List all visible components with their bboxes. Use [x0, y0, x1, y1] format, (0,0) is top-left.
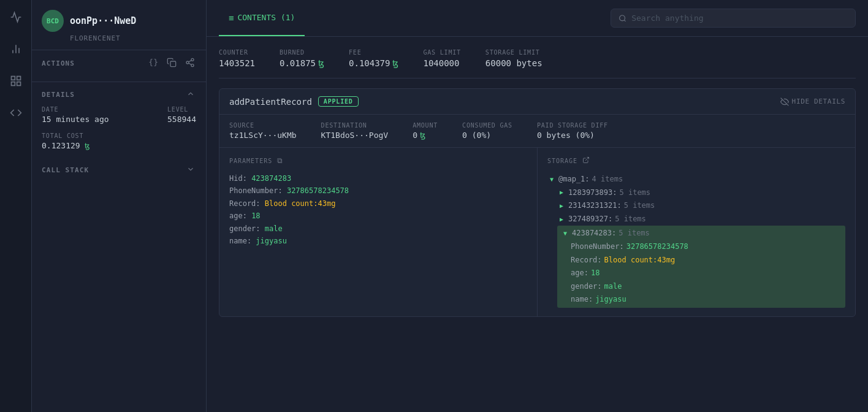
- nav-code-icon[interactable]: [6, 103, 26, 123]
- details-section: DETAILS DATE 15 minutes ago LEVEL 558944…: [32, 82, 206, 156]
- destination-label: DESTINATION: [321, 122, 389, 129]
- call-stack-expand-icon[interactable]: [185, 164, 196, 177]
- details-collapse-icon[interactable]: [185, 88, 196, 101]
- call-stack-label: CALL STACK: [42, 166, 89, 174]
- date-value: 15 minutes ago: [42, 115, 109, 124]
- paid-storage-label: PAID STORAGE DIFF: [537, 122, 608, 129]
- burned-label: BURNED: [280, 49, 324, 56]
- consumed-gas-label: CONSUMED GAS: [462, 122, 512, 129]
- operation-meta: SOURCE tz1LScY···uKMb DESTINATION KT1Bdo…: [219, 115, 855, 148]
- operation-name: addPatientRecord: [229, 97, 312, 107]
- call-stack-section[interactable]: CALL STACK: [32, 156, 206, 184]
- storage-entry-2: ▶ 23143231321: 5 items: [547, 199, 845, 213]
- consumed-gas-value: 0 (0%): [462, 131, 512, 140]
- avatar: BCD: [42, 10, 64, 32]
- stats-row: COUNTER 1403521 BURNED 0.01875 ꜩ FEE 0.1…: [219, 49, 856, 78]
- stat-gas-limit: GAS LIMIT 1040000: [423, 49, 460, 68]
- storage-entry-4: ▼ 423874283: 5 items: [561, 227, 842, 240]
- parameters-copy-icon[interactable]: ⧉: [277, 156, 283, 165]
- entry1-toggle[interactable]: ▶: [557, 187, 566, 198]
- wallet-network: FLORENCENET: [70, 34, 196, 42]
- paid-storage-value: 0 bytes (0%): [537, 131, 608, 140]
- param-phone: PhoneNumber: 32786578234578: [229, 185, 527, 197]
- total-cost-label: TOTAL COST: [42, 132, 196, 139]
- search-input[interactable]: [631, 13, 848, 23]
- svg-rect-6: [17, 82, 20, 86]
- svg-point-13: [620, 15, 625, 21]
- storage-label: STORAGE: [547, 158, 577, 164]
- content-area: COUNTER 1403521 BURNED 0.01875 ꜩ FEE 0.1…: [207, 37, 868, 412]
- burned-value: 0.01875 ꜩ: [280, 58, 324, 68]
- param-age: age: 18: [229, 210, 527, 222]
- params-storage-cols: PARAMETERS ⧉ Hid: 423874283 PhoneNumber:…: [219, 148, 855, 316]
- svg-rect-3: [11, 77, 15, 80]
- tab-contents[interactable]: ≡ CONTENTS (1): [219, 0, 305, 36]
- destination-value: KT1BdoS···PogV: [321, 131, 389, 140]
- wallet-info: BCD oonPp···NweD: [42, 10, 196, 32]
- consumed-gas-item: CONSUMED GAS 0 (0%): [462, 122, 512, 140]
- entry2-toggle[interactable]: ▶: [557, 200, 566, 212]
- share-icon[interactable]: [184, 56, 196, 71]
- amount-label: AMOUNT: [413, 122, 438, 129]
- actions-section: ACTIONS {}: [32, 50, 206, 82]
- storage-entry4-record: Record: Blood count:43mg: [561, 254, 842, 267]
- param-record: Record: Blood count:43mg: [229, 197, 527, 210]
- param-name: name: jigyasu: [229, 235, 527, 247]
- storage-entry-1: ▶ 1283973893: 5 items: [547, 186, 845, 200]
- main-content: ≡ CONTENTS (1) COUNTER 1403521 BURNED 0.…: [207, 0, 868, 412]
- destination-item: DESTINATION KT1BdoS···PogV: [321, 122, 389, 140]
- storage-entry4-gender: gender: male: [561, 280, 842, 294]
- icon-nav: [0, 0, 32, 412]
- map-collapse-toggle[interactable]: ▼: [547, 174, 556, 185]
- parameters-label: PARAMETERS: [229, 158, 272, 164]
- nav-chart-icon[interactable]: [6, 39, 26, 59]
- gas-limit-label: GAS LIMIT: [423, 49, 460, 56]
- entry3-toggle[interactable]: ▶: [557, 214, 566, 225]
- operation-header: addPatientRecord APPLIED HIDE DETAILS: [219, 89, 855, 115]
- svg-line-16: [585, 158, 589, 161]
- nav-activity-icon[interactable]: [6, 7, 26, 27]
- storage-entry4-phone: PhoneNumber: 32786578234578: [561, 240, 842, 254]
- svg-point-8: [191, 58, 194, 61]
- search-icon: [619, 14, 626, 23]
- svg-rect-5: [11, 82, 15, 86]
- actions-icons: {}: [147, 56, 196, 71]
- copy-icon[interactable]: [166, 56, 178, 71]
- storage-external-icon[interactable]: [582, 156, 590, 166]
- sidebar-header: BCD oonPp···NweD FLORENCENET: [32, 0, 206, 50]
- json-icon[interactable]: {}: [147, 56, 159, 71]
- nav-grid-icon[interactable]: [6, 71, 26, 91]
- counter-label: COUNTER: [219, 49, 255, 56]
- param-gender: gender: male: [229, 223, 527, 235]
- storage-title: STORAGE: [547, 156, 845, 166]
- gas-limit-value: 1040000: [423, 58, 460, 68]
- parameters-title: PARAMETERS ⧉: [229, 156, 527, 165]
- hide-details-button[interactable]: HIDE DETAILS: [780, 97, 845, 106]
- stat-fee: FEE 0.104379 ꜩ: [349, 49, 398, 68]
- fee-value: 0.104379 ꜩ: [349, 58, 398, 68]
- details-label: DETAILS: [42, 91, 75, 99]
- source-value: tz1LScY···uKMb: [229, 131, 297, 140]
- counter-value: 1403521: [219, 58, 255, 68]
- operation-card: addPatientRecord APPLIED HIDE DETAILS SO…: [219, 88, 856, 317]
- search-bar[interactable]: [611, 9, 856, 28]
- tab-bar: ≡ CONTENTS (1): [219, 0, 305, 36]
- tab-contents-icon: ≡: [229, 13, 234, 23]
- map-root: ▼ @map_1: 4 items: [547, 173, 845, 186]
- fee-label: FEE: [349, 49, 398, 56]
- level-col: LEVEL 558944: [167, 106, 196, 124]
- details-row-date-level: DATE 15 minutes ago LEVEL 558944: [42, 106, 196, 124]
- hide-details-icon: [780, 97, 789, 106]
- svg-rect-7: [170, 61, 176, 67]
- paid-storage-item: PAID STORAGE DIFF 0 bytes (0%): [537, 122, 608, 140]
- stat-burned: BURNED 0.01875 ꜩ: [280, 49, 324, 68]
- amount-value: 0 ꜩ: [413, 131, 438, 140]
- entry4-toggle[interactable]: ▼: [561, 228, 569, 239]
- wallet-name: oonPp···NweD: [70, 15, 136, 26]
- svg-rect-4: [17, 77, 20, 80]
- svg-line-12: [189, 60, 192, 62]
- svg-line-14: [624, 20, 625, 21]
- storage-entry-3: ▶ 327489327: 5 items: [547, 213, 845, 226]
- svg-point-10: [191, 64, 194, 67]
- level-value: 558944: [167, 115, 196, 124]
